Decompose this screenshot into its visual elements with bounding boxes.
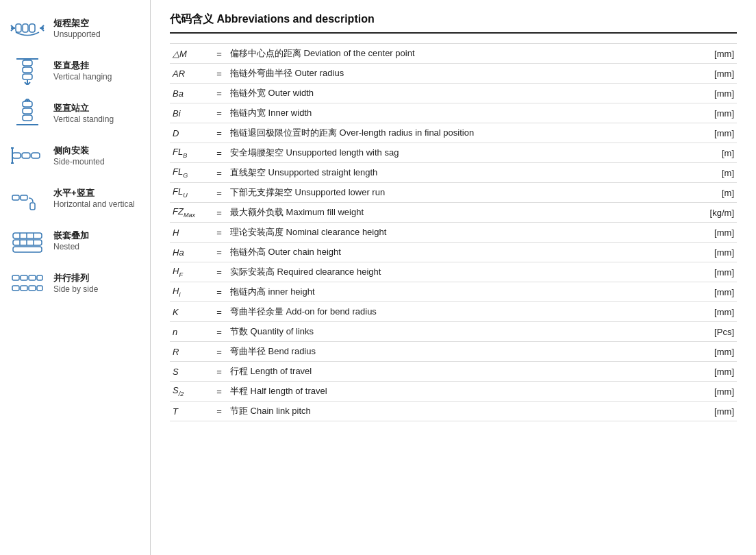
unit-cell: [mm] [689, 302, 737, 322]
description-cell: 拖链内宽 Inner width [227, 103, 689, 123]
sidebar-item-side-by-side[interactable]: 并行排列 Side by side [0, 262, 150, 304]
symbol-cell: n [170, 322, 211, 342]
description-cell: 拖链内高 inner height [227, 282, 689, 302]
symbol-cell: Bi [170, 103, 211, 123]
table-row: D=拖链退回极限位置时的距离 Over-length radius in fin… [170, 123, 737, 143]
svg-rect-13 [23, 115, 32, 121]
main-content: 代码含义 Abbreviations and description △M=偏移… [151, 0, 756, 555]
description-cell: 行程 Length of travel [227, 362, 689, 382]
sidebar-label-main: 短程架空 [53, 17, 101, 29]
equals-cell: = [211, 123, 227, 143]
description-cell: 弯曲半径余量 Add-on for bend radius [227, 302, 689, 322]
table-row: Ba=拖链外宽 Outer width[mm] [170, 84, 737, 103]
equals-cell: = [211, 44, 227, 64]
sidebar-item-horizontal-vertical[interactable]: 水平+竖直 Horizontal and vertical [0, 177, 150, 219]
symbol-cell: D [170, 123, 211, 143]
sidebar-label-main-6: 嵌套叠加 [53, 230, 89, 242]
unit-cell: [m] [689, 183, 737, 203]
sidebar-label-vertical-hanging: 竖直悬挂 Vertical hanging [53, 60, 112, 82]
svg-rect-11 [23, 101, 32, 107]
sidebar-item-vertical-hanging[interactable]: 竖直悬挂 Vertical hanging [0, 49, 150, 92]
svg-rect-17 [32, 153, 40, 158]
symbol-cell: R [170, 342, 211, 362]
symbol-cell: FLU [170, 183, 211, 203]
description-cell: 节数 Quantity of links [227, 322, 689, 342]
description-cell: 节距 Chain link pitch [227, 402, 689, 421]
svg-rect-39 [29, 286, 36, 291]
svg-rect-38 [21, 286, 27, 291]
svg-rect-33 [12, 275, 19, 280]
description-cell: 实际安装高 Required clearance height [227, 262, 689, 282]
unsupported-icon [10, 14, 45, 42]
table-row: FLB=安全塌腰架空 Unsupported length with sag[m… [170, 143, 737, 163]
svg-rect-12 [23, 108, 32, 114]
svg-rect-1 [16, 24, 21, 32]
unit-cell: [mm] [689, 44, 737, 64]
table-row: R=弯曲半径 Bend radius[mm] [170, 342, 737, 362]
svg-rect-22 [21, 195, 27, 200]
svg-rect-23 [30, 203, 35, 210]
sidebar-label-unsupported: 短程架空 Unsupported [53, 17, 101, 39]
sidebar-label-horizontal-vertical: 水平+竖直 Horizontal and vertical [53, 187, 135, 209]
symbol-cell: T [170, 402, 211, 421]
svg-rect-6 [23, 60, 32, 66]
equals-cell: = [211, 223, 227, 243]
description-cell: 安全塌腰架空 Unsupported length with sag [227, 143, 689, 163]
svg-rect-21 [12, 195, 19, 200]
table-row: S/2=半程 Half length of travel[mm] [170, 382, 737, 402]
table-row: AR=拖链外弯曲半径 Outer radius[mm] [170, 64, 737, 84]
sidebar-label-sub-2: Vertical hanging [53, 72, 112, 82]
svg-rect-15 [12, 153, 21, 158]
symbol-cell: FLG [170, 163, 211, 183]
equals-cell: = [211, 342, 227, 362]
svg-rect-3 [29, 24, 35, 32]
table-row: H=理论安装高度 Nominal clearance height[mm] [170, 223, 737, 243]
description-cell: 下部无支撑架空 Unsupported lower run [227, 183, 689, 203]
sidebar-label-vertical-standing: 竖直站立 Vertical standing [53, 102, 114, 124]
equals-cell: = [211, 84, 227, 103]
sidebar-item-unsupported[interactable]: 短程架空 Unsupported [0, 7, 150, 49]
svg-rect-2 [23, 24, 28, 32]
description-cell: 半程 Half length of travel [227, 382, 689, 402]
sidebar-item-vertical-standing[interactable]: 竖直站立 Vertical standing [0, 92, 150, 134]
unit-cell: [mm] [689, 262, 737, 282]
unit-cell: [mm] [689, 362, 737, 382]
sidebar: 短程架空 Unsupported 竖直悬挂 [0, 0, 151, 555]
symbol-cell: Ha [170, 243, 211, 262]
table-row: T=节距 Chain link pitch[mm] [170, 402, 737, 421]
sidebar-item-side-mounted[interactable]: 侧向安装 Side-mounted [0, 134, 150, 177]
description-cell: 最大额外负载 Maximum fill weight [227, 203, 689, 223]
unit-cell: [mm] [689, 64, 737, 84]
equals-cell: = [211, 302, 227, 322]
sidebar-label-main-2: 竖直悬挂 [53, 60, 112, 72]
table-row: HF=实际安装高 Required clearance height[mm] [170, 262, 737, 282]
unit-cell: [kg/m] [689, 203, 737, 223]
svg-rect-36 [37, 275, 42, 280]
sidebar-label-sub-4: Side-mounted [53, 157, 105, 166]
sidebar-label-main-7: 并行排列 [53, 272, 98, 284]
symbol-cell: S/2 [170, 382, 211, 402]
svg-rect-25 [13, 240, 42, 245]
sidebar-label-main-3: 竖直站立 [53, 102, 114, 114]
unit-cell: [mm] [689, 103, 737, 123]
symbol-cell: AR [170, 64, 211, 84]
svg-rect-35 [29, 275, 36, 280]
table-row: Hi=拖链内高 inner height[mm] [170, 282, 737, 302]
symbol-cell: FZMax [170, 203, 211, 223]
unit-cell: [mm] [689, 123, 737, 143]
sidebar-label-nested: 嵌套叠加 Nested [53, 230, 89, 251]
equals-cell: = [211, 243, 227, 262]
sidebar-label-sub: Unsupported [53, 29, 101, 39]
description-cell: 拖链外弯曲半径 Outer radius [227, 64, 689, 84]
equals-cell: = [211, 262, 227, 282]
table-row: △M=偏移中心点的距离 Deviation of the center poin… [170, 44, 737, 64]
sidebar-label-side-by-side: 并行排列 Side by side [53, 272, 98, 294]
description-cell: 拖链外宽 Outer width [227, 84, 689, 103]
svg-rect-34 [21, 275, 27, 280]
sidebar-label-sub-6: Nested [53, 242, 89, 251]
table-row: S=行程 Length of travel[mm] [170, 362, 737, 382]
side-by-side-icon [10, 269, 45, 297]
section-title: 代码含义 Abbreviations and description [170, 12, 737, 34]
symbol-cell: K [170, 302, 211, 322]
sidebar-item-nested[interactable]: 嵌套叠加 Nested [0, 219, 150, 262]
